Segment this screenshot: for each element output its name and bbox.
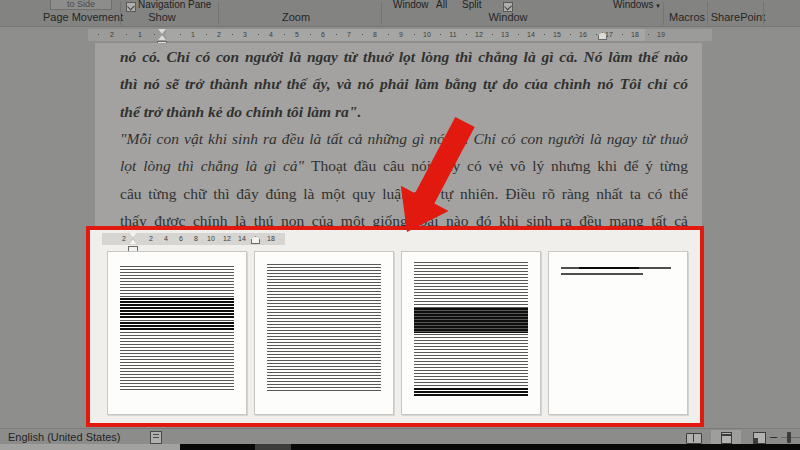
chevron-down-icon: ▾ <box>656 2 660 9</box>
ruler-number: 2 <box>122 235 126 243</box>
switch-windows-label: Windows <box>613 0 654 10</box>
group-label-window: Window <box>488 11 527 23</box>
group-label-macros: Macros <box>669 11 705 23</box>
ruler-tick <box>518 34 519 35</box>
ruler-number: 12 <box>475 31 483 39</box>
side-to-side-button[interactable]: to Side <box>50 0 112 10</box>
status-bar: English (United States) – <box>0 428 800 444</box>
zoom-out-button[interactable]: – <box>770 429 777 444</box>
ruler-number: 13 <box>501 31 509 39</box>
document-text: nó có. Chỉ có con người là ngay từ thuở … <box>120 43 688 228</box>
ruler-tick <box>154 34 155 35</box>
ruler-number: 8 <box>194 235 198 243</box>
text-line: thì nó sẽ trở thành như thế ấy, và nó ph… <box>120 73 688 97</box>
ribbon-view-tab: to Side Navigation Pane Window All Split… <box>0 0 800 27</box>
switch-windows-button[interactable]: Windows ▾ <box>613 0 660 10</box>
text-line: thấy được chính là thú non của một giống… <box>120 210 688 228</box>
ruler-number: 19 <box>657 31 665 39</box>
group-label-sharepoint: SharePoint <box>711 11 765 23</box>
ribbon-group-divider <box>120 2 121 25</box>
ruler-tick <box>544 34 545 35</box>
ruler-tick <box>414 34 415 35</box>
language-button[interactable]: English (United States) <box>8 431 121 443</box>
ribbon-group-divider <box>707 2 708 25</box>
ruler-tick <box>232 34 233 35</box>
ruler-tick <box>622 34 623 35</box>
page-thumbnail-3[interactable] <box>401 251 541 415</box>
page-thumbnail-1[interactable] <box>107 251 247 415</box>
ruler-number: 18 <box>631 31 639 39</box>
ruler-tick <box>596 34 597 35</box>
thumbnail-text-block <box>267 264 381 392</box>
thumbnail-text-line-bold <box>579 267 639 269</box>
ruler-number: 2 <box>149 235 153 243</box>
ruler-tick <box>126 34 127 35</box>
text-segment: Thoạt đầu câu nói này có vẻ vô lý nhưng … <box>311 157 688 174</box>
text-segment: lọt lòng thì chẳng là gì cả" <box>120 157 311 174</box>
taskbar-app-segment <box>255 444 291 450</box>
ruler-number: 16 <box>579 31 587 39</box>
ruler-tick <box>336 34 337 35</box>
ruler-number: 1 <box>191 31 195 39</box>
hanging-indent-marker[interactable] <box>158 35 166 40</box>
group-label-page-movement: Page Movement <box>43 11 123 23</box>
page-thumbnail-2[interactable] <box>254 251 394 415</box>
read-mode-button[interactable] <box>678 430 708 444</box>
text-segment: "Mỗi con vật khi sinh ra đều là tất cả n… <box>120 130 688 147</box>
ruler-number: 3 <box>243 31 247 39</box>
text-segment: nó có. Chỉ có con người là ngay từ thuở … <box>120 48 688 65</box>
ruler-number: 10 <box>423 31 431 39</box>
navigation-pane-label[interactable]: Navigation Pane <box>138 0 211 10</box>
thumbnail-bold-block <box>120 298 234 318</box>
ruler-tick <box>180 34 181 35</box>
ruler-number: 1 <box>138 31 142 39</box>
ruler-number: 2 <box>110 31 114 39</box>
thumbnail-text-line <box>561 273 643 275</box>
ruler-tick <box>440 34 441 35</box>
text-segment: thấy được chính là thú non của một giống… <box>120 212 688 228</box>
ribbon-group-divider <box>763 2 764 25</box>
group-label-show: Show <box>148 11 176 23</box>
side-to-side-label: to Side <box>67 0 95 9</box>
ruler-number: 7 <box>347 31 351 39</box>
navigation-pane-checkbox[interactable] <box>126 2 136 12</box>
proofing-errors-icon[interactable] <box>150 431 162 444</box>
first-line-indent-marker[interactable] <box>158 29 166 34</box>
text-line: thể trở thành kẻ do chính tôi làm ra". <box>120 101 688 125</box>
ruler-tick <box>388 34 389 35</box>
ruler-tick <box>310 34 311 35</box>
ruler-number: 18 <box>267 235 275 243</box>
ruler-number: 15 <box>553 31 561 39</box>
ruler-number: 14 <box>527 31 535 39</box>
ribbon-group-divider <box>218 2 219 25</box>
split-button[interactable]: Split <box>462 0 481 10</box>
zoom-slider-handle[interactable] <box>787 432 791 443</box>
ruler-text-area <box>166 29 645 41</box>
ruler-number: 4 <box>164 235 168 243</box>
ruler-number: 6 <box>179 235 183 243</box>
ruler-number: 12 <box>223 235 231 243</box>
first-line-indent-marker[interactable] <box>129 233 137 238</box>
horizontal-ruler: 2112345678910111213141516171819 <box>0 27 800 43</box>
ruler-tick <box>98 34 99 35</box>
hanging-indent-marker[interactable] <box>129 239 137 244</box>
arrange-all-button[interactable]: All <box>436 0 447 10</box>
print-layout-button[interactable] <box>711 430 741 444</box>
multi-page-preview-pane[interactable]: 2246810121418 <box>90 230 700 423</box>
page-thumbnail-4[interactable] <box>548 251 688 415</box>
ruler-number: 4 <box>269 31 273 39</box>
ruler-number: 6 <box>321 31 325 39</box>
thumbnail-bold-block <box>120 322 234 330</box>
ruler-tick <box>206 34 207 35</box>
text-line: nó có. Chỉ có con người là ngay từ thuở … <box>120 46 688 70</box>
text-line: câu từng chữ thì đây đúng là một quy luậ… <box>120 183 688 207</box>
new-window-button[interactable]: Window <box>393 0 429 10</box>
ruler-number: 8 <box>373 31 377 39</box>
thumbnail-bold-block <box>414 388 528 396</box>
document-pane[interactable]: nó có. Chỉ có con người là ngay từ thuở … <box>0 43 800 228</box>
ruler-tick <box>492 34 493 35</box>
thumbnail-bold-block <box>414 308 528 333</box>
ruler-number: 9 <box>399 31 403 39</box>
ruler-number: 2 <box>217 31 221 39</box>
group-label-zoom: Zoom <box>282 11 310 23</box>
